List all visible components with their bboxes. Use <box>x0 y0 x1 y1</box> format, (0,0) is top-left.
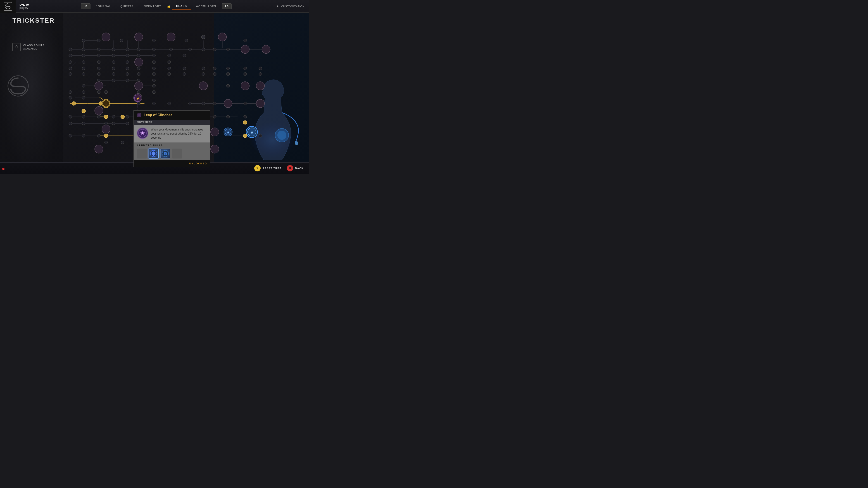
skill-r4-8 <box>167 61 170 64</box>
skill-gold-9 <box>104 134 108 138</box>
skill-r3-6 <box>137 54 140 57</box>
skill-r9-3 <box>97 91 100 93</box>
skill-r13-5 <box>126 115 129 118</box>
skill-r2-9 <box>188 48 191 51</box>
skill-gold-5 <box>104 115 108 119</box>
skill-r11-4 <box>188 102 191 105</box>
b-button[interactable]: B <box>287 165 293 171</box>
svg-text:◉: ◉ <box>250 130 253 134</box>
skill-r2-large2 <box>262 45 270 54</box>
nav-inventory[interactable]: INVENTORY <box>139 3 165 9</box>
skill-r6-6 <box>137 73 140 75</box>
skill-r5-6 <box>137 67 140 70</box>
tooltip-desc-area: When your Movement skills ends increases… <box>134 125 210 142</box>
nav-rb-button[interactable]: RB <box>222 3 231 9</box>
nav-class[interactable]: CLASS <box>173 3 190 9</box>
skill-r2-10 <box>202 48 205 51</box>
skill-r11-6 <box>213 102 216 105</box>
skill-r3-2 <box>82 54 85 57</box>
skill-r7-3 <box>126 79 129 82</box>
svg-point-129 <box>142 132 144 134</box>
tooltip-affected-label: AFFECTED SKILLS <box>137 144 207 147</box>
skill-r2-11 <box>213 48 216 51</box>
player-name: player7 <box>20 6 29 9</box>
skill-r3-9 <box>183 54 186 57</box>
skill-r5-1 <box>69 67 72 70</box>
skill-small-1-6 <box>244 39 247 42</box>
reset-tree-action[interactable]: Y RESET TREE <box>254 165 281 171</box>
skill-r8-large3 <box>199 82 208 90</box>
tooltip-footer: UNLOCKED <box>134 160 210 167</box>
skill-r15-large <box>102 125 110 133</box>
tooltip-title: Leap of Clincher <box>144 113 172 117</box>
affected-icon-placeholder-2 <box>172 149 182 159</box>
customization-label: CUSTOMIZATION <box>281 5 305 8</box>
affected-icon-2[interactable] <box>160 149 170 159</box>
skill-node-1-1 <box>102 33 110 41</box>
class-title-underline <box>12 25 44 25</box>
skill-r2-1 <box>69 48 72 51</box>
skill-r8-1 <box>82 84 85 87</box>
skill-r7-5 <box>152 79 155 82</box>
class-points: 0 CLASS POINTS AVAILABLE <box>12 43 44 51</box>
skill-r5-11 <box>213 67 216 70</box>
skill-r11-5 <box>202 102 205 105</box>
skill-r13-10 <box>244 115 247 118</box>
skill-r14-2 <box>82 122 85 125</box>
skill-r4-4 <box>112 61 115 64</box>
skill-small-1-5 <box>185 39 188 42</box>
skill-r5-3 <box>97 67 100 70</box>
skill-r4-7 <box>152 61 155 64</box>
skill-gold-11 <box>243 134 247 138</box>
skill-r15-3 <box>97 134 100 137</box>
player-info: LVL 40 player7 <box>16 3 32 9</box>
nav-quests[interactable]: QUESTS <box>117 3 137 9</box>
skill-r6-4 <box>112 73 115 75</box>
affected-icon-1[interactable] <box>149 149 159 159</box>
logo-area <box>0 0 16 13</box>
skill-small-1-2 <box>97 39 100 42</box>
skill-r10-2 <box>82 96 85 99</box>
skill-r17-large2 <box>211 145 219 153</box>
skill-r5-2 <box>82 67 85 70</box>
skill-r11-large2 <box>256 99 265 108</box>
skill-r9-5 <box>137 91 140 93</box>
ui-debug: UI <box>2 168 4 170</box>
header: LVL 40 player7 LB JOURNAL QUESTS INVENTO… <box>0 0 309 13</box>
nav-lb-button[interactable]: LB <box>81 3 91 9</box>
skill-r13-3 <box>97 115 100 118</box>
back-action[interactable]: B BACK <box>287 165 304 171</box>
skill-r16-2 <box>121 141 124 144</box>
customization-button[interactable]: ✦ CUSTOMIZATION <box>276 4 309 8</box>
skill-r2-3 <box>97 48 100 51</box>
skill-node-1-3 <box>167 33 175 41</box>
skill-r11-3 <box>167 102 170 105</box>
skill-r3-5 <box>126 54 129 57</box>
tooltip-status: UNLOCKED <box>189 162 207 165</box>
skill-r8-large5 <box>256 82 265 90</box>
tooltip-skill-icon-small <box>137 113 142 117</box>
skill-r6-13 <box>244 73 247 75</box>
skill-r11-large <box>224 99 232 108</box>
skill-node-1-2 <box>134 33 143 41</box>
y-button[interactable]: Y <box>254 165 260 171</box>
nav-journal[interactable]: JOURNAL <box>92 3 115 9</box>
skill-r8-large4 <box>241 82 249 90</box>
skill-r4-large <box>134 58 143 66</box>
skill-r7-2 <box>112 79 115 82</box>
skill-r3-1 <box>69 54 72 57</box>
skill-r2-12 <box>226 48 229 51</box>
skill-tooltip: Leap of Clincher MOVEMENT When your Move… <box>133 110 210 167</box>
svg-rect-132 <box>165 153 166 155</box>
skill-r6-1 <box>69 73 72 75</box>
skill-r11-7 <box>244 102 247 105</box>
skill-r12-large <box>95 106 103 115</box>
skill-r6-7 <box>152 73 155 75</box>
level-label: LVL <box>20 3 25 6</box>
skill-r5-7 <box>152 67 155 70</box>
nav-accolades[interactable]: ACCOLADES <box>192 3 220 9</box>
skill-r2-4 <box>112 48 115 51</box>
skill-r13-1 <box>69 115 72 118</box>
skill-r8-2 <box>152 84 155 87</box>
player-level: LVL 40 <box>20 3 29 6</box>
